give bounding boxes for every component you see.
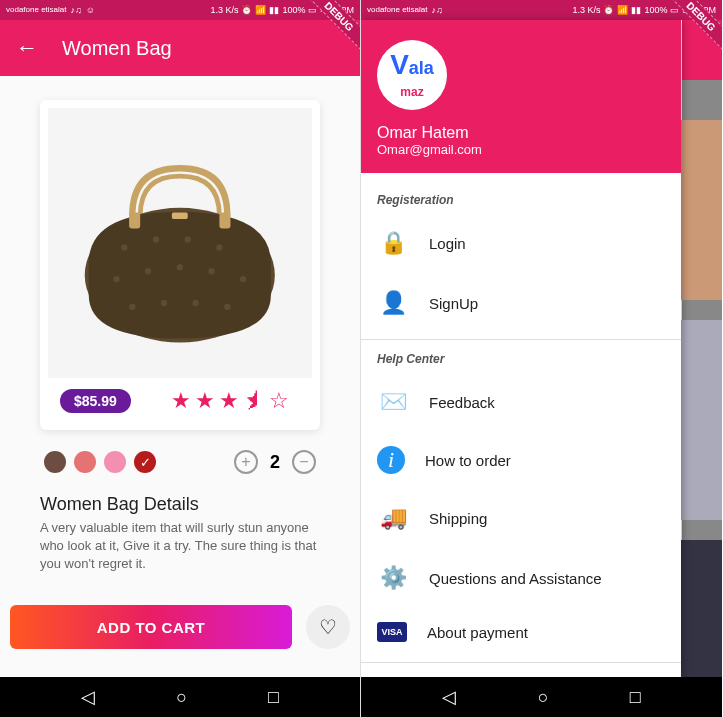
menu-item-signup[interactable]: 👤 SignUp bbox=[361, 273, 681, 333]
favorite-button[interactable]: ♡ bbox=[306, 605, 350, 649]
avatar: Vala maz bbox=[377, 40, 447, 110]
nav-recent-icon[interactable]: □ bbox=[630, 687, 641, 708]
color-swatch[interactable] bbox=[44, 451, 66, 473]
svg-point-12 bbox=[193, 299, 199, 305]
details-text: A very valuable item that will surly stu… bbox=[40, 519, 320, 574]
product-content: $85.99 ★ ★ ★ ⯨ ☆ ✓ bbox=[0, 76, 360, 661]
gear-icon: ⚙️ bbox=[377, 562, 409, 594]
signal-icon: ▮▮ bbox=[269, 5, 279, 15]
menu-label: SignUp bbox=[429, 295, 478, 312]
menu-label: How to order bbox=[425, 452, 511, 469]
product-card: $85.99 ★ ★ ★ ⯨ ☆ bbox=[40, 100, 320, 430]
svg-point-2 bbox=[153, 236, 159, 242]
status-bar: vodafone etisalat ♪♫ 1.3 K/s ⏰ 📶 ▮▮ 100%… bbox=[361, 0, 722, 20]
section-label: Help Center bbox=[361, 346, 681, 372]
svg-point-8 bbox=[209, 268, 215, 274]
drawer-screen: vodafone etisalat ♪♫ 1.3 K/s ⏰ 📶 ▮▮ 100%… bbox=[361, 0, 722, 717]
app-bar: ← Women Bag bbox=[0, 20, 360, 76]
divider bbox=[361, 662, 681, 663]
details-title: Women Bag Details bbox=[40, 494, 320, 515]
wifi-icon: 📶 bbox=[617, 5, 628, 15]
carrier-label: vodafone etisalat bbox=[367, 6, 428, 14]
menu-item-how-to-order[interactable]: i How to order bbox=[361, 432, 681, 488]
star-icon: ★ bbox=[219, 388, 239, 414]
quantity-stepper: + 2 − bbox=[234, 450, 316, 474]
svg-point-1 bbox=[121, 244, 127, 250]
svg-rect-15 bbox=[220, 212, 231, 228]
action-row: ADD TO CART ♡ bbox=[0, 593, 360, 661]
user-name: Omar Hatem bbox=[377, 124, 665, 142]
svg-point-6 bbox=[145, 268, 151, 274]
product-details: Women Bag Details A very valuable item t… bbox=[20, 494, 340, 574]
speed-label: 1.3 K/s bbox=[210, 5, 238, 15]
envelope-icon: ✉️ bbox=[377, 386, 409, 418]
battery-label: 100% bbox=[282, 5, 305, 15]
product-detail-screen: vodafone etisalat ♪♫ ☺ 1.3 K/s ⏰ 📶 ▮▮ 10… bbox=[0, 0, 361, 717]
user-email: Omar@gmail.com bbox=[377, 142, 665, 157]
truck-icon: 🚚 bbox=[377, 502, 409, 534]
star-icon: ★ bbox=[171, 388, 191, 414]
nav-back-icon[interactable]: ◁ bbox=[442, 686, 456, 708]
menu-item-login[interactable]: 🔒 Login bbox=[361, 213, 681, 273]
menu-item-shipping[interactable]: 🚚 Shipping bbox=[361, 488, 681, 548]
qty-plus-button[interactable]: + bbox=[234, 450, 258, 474]
price-badge: $85.99 bbox=[60, 389, 131, 413]
whatsapp-icon: ☺ bbox=[86, 5, 95, 15]
svg-point-13 bbox=[224, 303, 230, 309]
menu-label: Questions and Assistance bbox=[429, 570, 602, 587]
alarm-icon: ⏰ bbox=[241, 5, 252, 15]
color-swatch[interactable] bbox=[74, 451, 96, 473]
qty-value: 2 bbox=[270, 452, 280, 473]
page-title: Women Bag bbox=[62, 37, 172, 60]
signal-icon: ▮▮ bbox=[631, 5, 641, 15]
divider bbox=[361, 339, 681, 340]
price-rating-row: $85.99 ★ ★ ★ ⯨ ☆ bbox=[48, 378, 312, 422]
navigation-drawer: Vala maz Omar Hatem Omar@gmail.com Regis… bbox=[361, 20, 681, 677]
svg-point-9 bbox=[240, 275, 246, 281]
menu-label: About payment bbox=[427, 624, 528, 641]
qty-minus-button[interactable]: − bbox=[292, 450, 316, 474]
product-image bbox=[48, 108, 312, 378]
heart-icon: ♡ bbox=[319, 615, 337, 639]
color-swatch[interactable] bbox=[104, 451, 126, 473]
drawer-header: Vala maz Omar Hatem Omar@gmail.com bbox=[361, 20, 681, 173]
bluetooth-icon: ♪♫ bbox=[71, 5, 82, 15]
nav-home-icon[interactable]: ○ bbox=[176, 687, 187, 708]
svg-rect-14 bbox=[129, 212, 140, 228]
android-nav-bar: ◁ ○ □ bbox=[0, 677, 360, 717]
menu-item-questions[interactable]: ⚙️ Questions and Assistance bbox=[361, 548, 681, 608]
signup-icon: 👤 bbox=[377, 287, 409, 319]
android-nav-bar: ◁ ○ □ bbox=[361, 677, 722, 717]
menu-label: Shipping bbox=[429, 510, 487, 527]
alarm-icon: ⏰ bbox=[603, 5, 614, 15]
menu-item-payment[interactable]: VISA About payment bbox=[361, 608, 681, 656]
visa-icon: VISA bbox=[377, 622, 407, 642]
section-label: Public Policy bbox=[361, 669, 681, 677]
menu-item-feedback[interactable]: ✉️ Feedback bbox=[361, 372, 681, 432]
svg-point-5 bbox=[113, 275, 119, 281]
carrier-label: vodafone etisalat bbox=[6, 6, 67, 14]
rating-stars: ★ ★ ★ ⯨ ☆ bbox=[171, 388, 289, 414]
nav-recent-icon[interactable]: □ bbox=[268, 687, 279, 708]
star-empty-icon: ☆ bbox=[269, 388, 289, 414]
nav-home-icon[interactable]: ○ bbox=[538, 687, 549, 708]
info-icon: i bbox=[377, 446, 405, 474]
speed-label: 1.3 K/s bbox=[572, 5, 600, 15]
svg-rect-16 bbox=[172, 212, 188, 218]
menu-label: Login bbox=[429, 235, 466, 252]
svg-point-3 bbox=[185, 236, 191, 242]
wifi-icon: 📶 bbox=[255, 5, 266, 15]
svg-point-7 bbox=[177, 264, 183, 270]
nav-back-icon[interactable]: ◁ bbox=[81, 686, 95, 708]
battery-label: 100% bbox=[644, 5, 667, 15]
add-to-cart-button[interactable]: ADD TO CART bbox=[10, 605, 292, 649]
menu-label: Feedback bbox=[429, 394, 495, 411]
options-row: ✓ + 2 − bbox=[20, 430, 340, 494]
svg-point-4 bbox=[216, 244, 222, 250]
star-icon: ★ bbox=[195, 388, 215, 414]
svg-point-11 bbox=[161, 299, 167, 305]
color-swatch-selected[interactable]: ✓ bbox=[134, 451, 156, 473]
color-swatches: ✓ bbox=[44, 451, 156, 473]
back-icon[interactable]: ← bbox=[16, 35, 38, 61]
drawer-body[interactable]: Registeration 🔒 Login 👤 SignUp Help Cent… bbox=[361, 173, 681, 677]
